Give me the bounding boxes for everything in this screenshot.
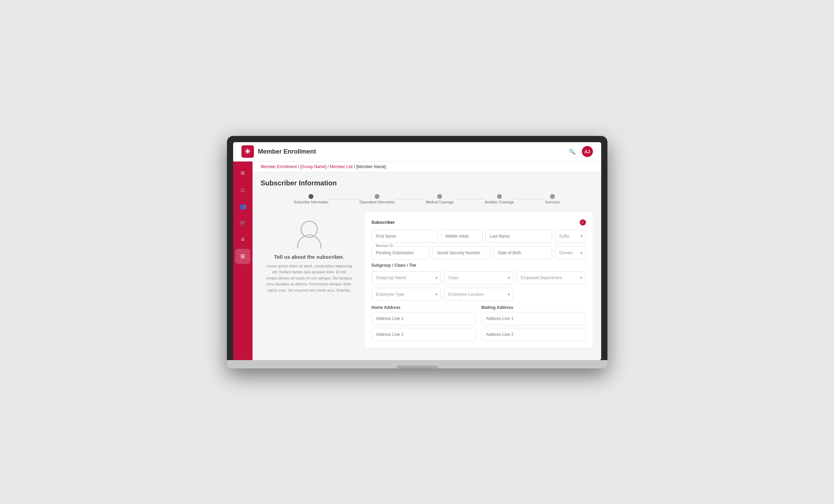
employee-department-select[interactable]: Employee Department — [516, 271, 586, 284]
sidebar-item-grid[interactable]: ⊞ — [235, 249, 250, 264]
mailing-address-line2-input[interactable] — [482, 328, 586, 341]
mailing-address-col — [482, 312, 586, 341]
left-panel: Tell us about the subscriber. Lorem ipsu… — [261, 212, 358, 348]
address-rows — [372, 312, 586, 341]
address-headers: Home Address Mailing Address — [372, 305, 586, 310]
member-id-field: Member ID — [372, 246, 430, 259]
breadcrumb-member-list[interactable]: Member List — [330, 164, 353, 169]
employee-location-select[interactable]: Employee Location — [444, 288, 513, 301]
content-area: Member Enrollment / [Group Name] / Membe… — [253, 162, 601, 360]
employee-department-field: Employee Department — [516, 271, 586, 284]
sidebar-item-users[interactable]: 👥 — [235, 199, 250, 214]
progress-steps: Subscriber Information Dependent Informa… — [261, 194, 593, 204]
sidebar-item-home[interactable]: ⌂ — [235, 182, 250, 198]
page-title: Subscriber Information — [261, 179, 593, 187]
gender-field: Gender Male Female Other — [555, 246, 586, 259]
sidebar-item-list[interactable]: ≡ — [235, 232, 250, 247]
step-dot-subscriber — [309, 194, 313, 199]
last-name-input[interactable] — [485, 230, 552, 243]
step-label-ancillary: Ancillary Coverage — [485, 200, 514, 204]
subgroup-name-select[interactable]: Subgroup Name — [372, 271, 441, 284]
pending-submission-input[interactable] — [372, 246, 430, 259]
class-field: Class — [444, 271, 513, 284]
step-line-3 — [454, 199, 485, 199]
form-card: Subscriber ! — [365, 212, 593, 348]
name-row: Suffix Jr. Sr. II III — [372, 230, 586, 243]
step-dot-medical — [437, 194, 442, 199]
ssn-field — [432, 246, 491, 259]
employee-location-field: Employee Location — [444, 288, 513, 301]
sidebar-item-basket[interactable]: 🛒 — [235, 216, 250, 231]
suffix-field: Suffix Jr. Sr. II III — [555, 230, 586, 243]
left-panel-text: Lorem ipsum dolor sit amet, consectetur … — [266, 263, 352, 294]
first-name-input[interactable] — [372, 230, 438, 243]
breadcrumb: Member Enrollment / [Group Name] / Membe… — [253, 162, 601, 172]
subgroup-section-title: Subgroup / Class / Tier — [372, 263, 586, 268]
header-actions: 🔍 AJ — [567, 146, 593, 157]
home-address-col — [372, 312, 476, 341]
step-label-dependent: Dependent Information — [359, 200, 395, 204]
sidebar: ≡ ⌂ 👥 🛒 ≡ ⊞ — [233, 162, 253, 360]
dob-field — [494, 246, 552, 259]
mailing-address-header: Mailing Address — [482, 305, 586, 310]
step-dot-ancillary — [497, 194, 502, 199]
app-title: Member Enrollment — [258, 148, 316, 155]
breadcrumb-group-name[interactable]: [Group Name] — [300, 164, 326, 169]
breadcrumb-member-name: [Member Name] — [356, 164, 386, 169]
step-dot-dependent — [375, 194, 379, 199]
employee-type-field: Employee Type — [372, 288, 441, 301]
logo-area: ✳ Member Enrollment — [241, 145, 316, 158]
subscriber-label: Subscriber — [372, 220, 395, 225]
subgroup-row-2: Employee Type Employee Location — [372, 288, 586, 301]
last-name-field — [485, 230, 552, 243]
search-icon[interactable]: 🔍 — [567, 146, 578, 157]
ssn-input[interactable] — [432, 246, 491, 259]
avatar-placeholder — [295, 221, 323, 248]
step-label-summary: Summary — [545, 200, 560, 204]
step-dot-summary — [550, 194, 555, 199]
address-section: Home Address Mailing Address — [372, 305, 586, 341]
subgroup-name-field: Subgroup Name — [372, 271, 441, 284]
step-line-1 — [328, 199, 359, 199]
dob-input[interactable] — [494, 246, 552, 259]
home-address-line2-input[interactable] — [372, 328, 476, 341]
logo-icon: ✳ — [241, 145, 254, 158]
error-badge: ! — [580, 219, 586, 226]
middle-initial-input[interactable] — [441, 230, 483, 243]
employee-type-select[interactable]: Employee Type — [372, 288, 441, 301]
step-line-2 — [395, 199, 426, 199]
middle-initial-field — [441, 230, 483, 243]
suffix-select[interactable]: Suffix Jr. Sr. II III — [555, 230, 586, 243]
gender-select[interactable]: Gender Male Female Other — [555, 246, 586, 259]
home-address-header: Home Address — [372, 305, 476, 310]
class-select[interactable]: Class — [444, 271, 513, 284]
step-line-4 — [514, 199, 545, 199]
member-id-row: Member ID — [372, 246, 586, 259]
home-address-line1-input[interactable] — [372, 312, 476, 325]
avatar[interactable]: AJ — [582, 146, 593, 157]
header: ✳ Member Enrollment 🔍 AJ — [233, 142, 601, 162]
subscriber-section-header: Subscriber ! — [372, 219, 586, 226]
mailing-address-line1-input[interactable] — [482, 312, 586, 325]
step-label-subscriber: Subscriber Information — [294, 200, 329, 204]
page-content: Subscriber Information Subscriber Inform… — [253, 172, 601, 360]
subgroup-row-1: Subgroup Name Class — [372, 271, 586, 284]
first-name-field — [372, 230, 438, 243]
avatar-body-icon — [297, 235, 321, 248]
step-label-medical: Medical Coverage — [426, 200, 454, 204]
member-id-label: Member ID — [375, 244, 394, 248]
left-panel-title: Tell us about the subscriber. — [274, 254, 344, 260]
breadcrumb-member-enrollment[interactable]: Member Enrollment — [261, 164, 297, 169]
sidebar-item-menu[interactable]: ≡ — [235, 166, 250, 181]
